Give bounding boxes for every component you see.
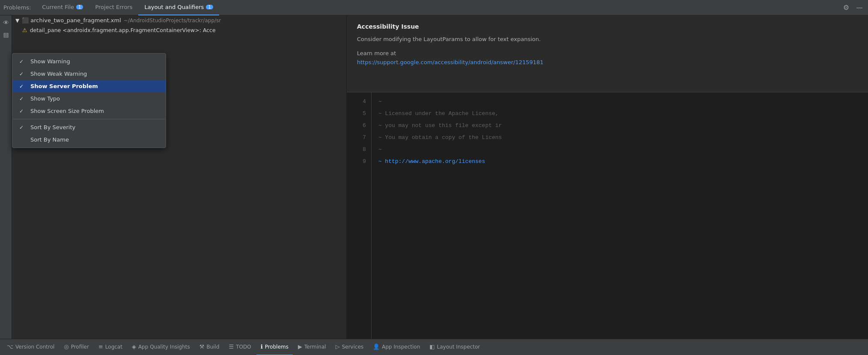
layout-inspector-icon: ◧: [430, 343, 435, 350]
problems-label: Problems:: [3, 4, 31, 11]
issue-title: Accessibility Issue: [357, 23, 858, 30]
bottom-tab-terminal-label: Terminal: [304, 344, 326, 350]
code-line-8: ~: [378, 144, 861, 156]
menu-item-show-weak-warning[interactable]: ✓ Show Weak Warning: [12, 68, 166, 80]
tab-layout-qualifiers-label: Layout and Qualifiers: [144, 4, 204, 10]
check-show-warning: ✓: [19, 59, 28, 65]
menu-item-sort-name[interactable]: Sort By Name: [12, 133, 166, 146]
eye-icon[interactable]: 👁: [0, 18, 12, 27]
code-line-7: ~ You may obtain a copy of the Licens: [378, 132, 861, 144]
todo-icon: ☰: [229, 343, 234, 350]
tab-current-file-badge: 1: [76, 5, 83, 9]
bottom-tab-layout-inspector[interactable]: ◧ Layout Inspector: [425, 339, 485, 355]
right-panel: Accessibility Issue Consider modifying t…: [347, 15, 868, 339]
bottom-tab-problems-label: Problems: [265, 344, 288, 350]
xml-icon: ⬛: [22, 17, 29, 24]
profiler-icon: ◎: [64, 343, 68, 350]
bottom-tab-app-quality[interactable]: ◈ App Quality Insights: [128, 339, 194, 355]
bottom-tab-build[interactable]: ⚒ Build: [195, 339, 224, 355]
left-panel: 👁 ▤ ▼ ⬛ archive_two_pane_fragment.xml ~/…: [0, 15, 347, 339]
bottom-tab-app-inspection-label: App Inspection: [382, 344, 420, 350]
menu-item-show-screen-size[interactable]: ✓ Show Screen Size Problem: [12, 105, 166, 117]
tab-project-errors[interactable]: Project Errors: [89, 0, 138, 15]
check-sort-severity: ✓: [19, 124, 28, 130]
tab-bar: Problems: Current File 1 Project Errors …: [0, 0, 868, 15]
app-quality-icon: ◈: [132, 343, 136, 350]
menu-label-sort-severity: Sort By Severity: [30, 124, 75, 130]
dropdown-menu: ✓ Show Warning ✓ Show Weak Warning ✓ Sho…: [12, 53, 166, 148]
menu-label-show-server-problem: Show Server Problem: [30, 83, 98, 89]
check-show-server-problem: ✓: [19, 83, 28, 89]
error-text: detail_pane <androidx.fragment.app.Fragm…: [30, 27, 216, 33]
menu-separator: [12, 119, 166, 119]
logcat-icon: ≡: [98, 343, 103, 350]
code-line-5: ~ Licensed under the Apache License,: [378, 108, 861, 120]
line-number-7: 7: [347, 132, 371, 144]
bottom-tab-services-label: Services: [342, 344, 364, 350]
problems-icon: ℹ: [261, 343, 263, 350]
collapse-icon: ▼: [15, 18, 19, 24]
file-path: ~/AndroidStudioProjects/trackr/app/sr: [124, 18, 221, 24]
code-lines: ~ ~ Licensed under the Apache License, ~…: [372, 92, 868, 339]
issue-learn-more-label: Learn more at: [357, 50, 858, 56]
main-area: 👁 ▤ ▼ ⬛ archive_two_pane_fragment.xml ~/…: [0, 15, 868, 339]
bottom-tab-build-label: Build: [206, 344, 219, 350]
settings-icon[interactable]: ⚙: [841, 3, 851, 12]
services-icon: ▷: [336, 343, 340, 350]
tab-current-file[interactable]: Current File 1: [36, 0, 89, 15]
bottom-tab-app-inspection[interactable]: 👤 App Inspection: [369, 339, 424, 355]
bottom-bar: ⌥ Version Control ◎ Profiler ≡ Logcat ◈ …: [0, 339, 868, 355]
bottom-tab-todo-label: TODO: [236, 344, 251, 350]
file-tree: ▼ ⬛ archive_two_pane_fragment.xml ~/Andr…: [12, 15, 346, 339]
bottom-tab-terminal[interactable]: ▶ Terminal: [294, 339, 330, 355]
code-line-9: ~ http://www.apache.org/licenses: [378, 156, 861, 168]
tab-layout-qualifiers-badge: 1: [206, 5, 213, 9]
menu-label-show-screen-size: Show Screen Size Problem: [30, 108, 104, 114]
tab-current-file-label: Current File: [42, 4, 74, 10]
bottom-tab-logcat[interactable]: ≡ Logcat: [94, 339, 127, 355]
check-show-weak-warning: ✓: [19, 71, 28, 77]
warning-icon: ⚠: [22, 27, 27, 33]
check-show-typo: ✓: [19, 96, 28, 102]
menu-item-show-typo[interactable]: ✓ Show Typo: [12, 92, 166, 105]
left-toolbar: 👁 ▤: [0, 15, 12, 339]
bottom-tab-problems[interactable]: ℹ Problems: [256, 339, 293, 355]
bottom-tab-profiler-label: Profiler: [71, 344, 89, 350]
file-name: archive_two_pane_fragment.xml: [30, 17, 121, 24]
check-sort-name: [19, 137, 28, 143]
bottom-tab-app-quality-label: App Quality Insights: [138, 344, 190, 350]
build-icon: ⚒: [199, 343, 205, 350]
terminal-icon: ▶: [298, 343, 302, 350]
menu-item-sort-severity[interactable]: ✓ Sort By Severity: [12, 121, 166, 133]
line-number-5: 5: [347, 108, 371, 120]
code-area: 4 5 6 7 8 9 ~ ~ Licensed under the Apach…: [347, 92, 868, 339]
bottom-tab-logcat-label: Logcat: [105, 344, 122, 350]
line-number-6: 6: [347, 120, 371, 132]
bottom-tab-layout-inspector-label: Layout Inspector: [437, 344, 480, 350]
error-item[interactable]: ⚠ detail_pane <androidx.fragment.app.Fra…: [12, 25, 346, 35]
issue-description: Consider modifying the LayoutParams to a…: [357, 35, 858, 44]
issue-detail: Accessibility Issue Consider modifying t…: [347, 15, 868, 92]
minimize-icon[interactable]: —: [854, 3, 865, 12]
version-control-icon: ⌥: [7, 343, 13, 350]
menu-label-show-weak-warning: Show Weak Warning: [30, 71, 87, 77]
line-number-8: 8: [347, 144, 371, 156]
bottom-tab-todo[interactable]: ☰ TODO: [225, 339, 256, 355]
issue-link[interactable]: https://support.google.com/accessibility…: [357, 59, 544, 65]
bottom-tab-version-control[interactable]: ⌥ Version Control: [3, 339, 59, 355]
file-item[interactable]: ▼ ⬛ archive_two_pane_fragment.xml ~/Andr…: [12, 15, 346, 25]
tab-project-errors-label: Project Errors: [95, 4, 132, 10]
menu-item-show-server-problem[interactable]: ✓ Show Server Problem: [12, 80, 166, 92]
filter-icon[interactable]: ▤: [0, 30, 12, 39]
check-show-screen-size: ✓: [19, 108, 28, 114]
bottom-tab-services[interactable]: ▷ Services: [331, 339, 368, 355]
menu-item-show-warning[interactable]: ✓ Show Warning: [12, 55, 166, 68]
app-inspection-icon: 👤: [373, 343, 380, 350]
line-number-9: 9: [347, 156, 371, 168]
code-line-4: ~: [378, 96, 861, 108]
code-line-6: ~ you may not use this file except ir: [378, 120, 861, 132]
tab-layout-qualifiers[interactable]: Layout and Qualifiers 1: [138, 0, 219, 15]
bottom-tab-profiler[interactable]: ◎ Profiler: [59, 339, 93, 355]
line-number-4: 4: [347, 96, 371, 108]
menu-label-show-warning: Show Warning: [30, 58, 70, 65]
